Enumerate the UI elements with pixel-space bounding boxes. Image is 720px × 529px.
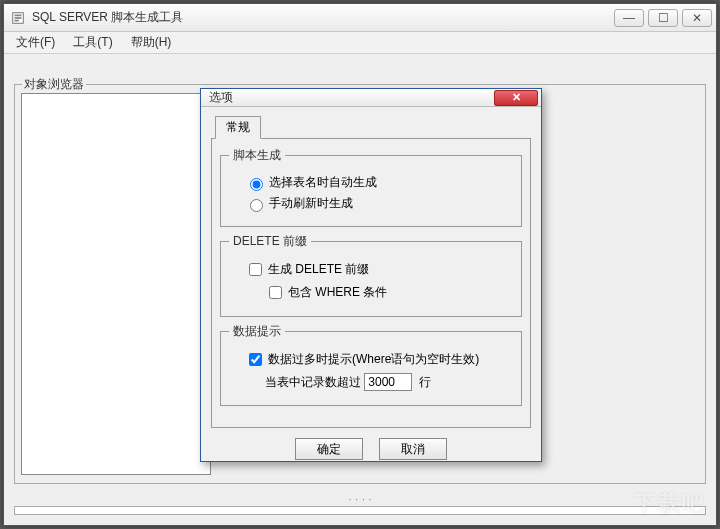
group-data-warning: 数据提示 数据过多时提示(Where语句为空时生效) 当表中记录数超过 行 <box>220 323 522 406</box>
dialog-titlebar: 选项 ✕ <box>201 89 541 107</box>
tab-general[interactable]: 常规 <box>215 116 261 139</box>
ok-button[interactable]: 确定 <box>295 438 363 460</box>
dialog-buttons: 确定 取消 <box>211 438 531 460</box>
dialog-tabs: 常规 <box>211 116 531 139</box>
object-browser-tree[interactable] <box>21 93 211 475</box>
window-controls: — ☐ ✕ <box>614 9 712 27</box>
svg-rect-3 <box>15 19 19 21</box>
radio-manual-generate-input[interactable] <box>250 199 263 212</box>
close-button[interactable]: ✕ <box>682 9 712 27</box>
svg-rect-2 <box>15 17 22 19</box>
maximize-button[interactable]: ☐ <box>648 9 678 27</box>
bottom-panel <box>14 506 706 515</box>
titlebar: SQL SERVER 脚本生成工具 — ☐ ✕ <box>4 4 716 32</box>
tab-panel-general: 脚本生成 选择表名时自动生成 手动刷新时生成 DELETE 前缀 生成 DELE… <box>211 138 531 428</box>
checkbox-gen-delete-input[interactable] <box>249 263 262 276</box>
radio-manual-generate-label: 手动刷新时生成 <box>269 195 353 212</box>
menubar: 文件(F) 工具(T) 帮助(H) <box>4 32 716 54</box>
checkbox-warn-too-much[interactable]: 数据过多时提示(Where语句为空时生效) <box>245 350 513 369</box>
radio-auto-generate-label: 选择表名时自动生成 <box>269 174 377 191</box>
rows-prefix: 当表中记录数超过 <box>265 374 361 391</box>
rows-threshold-row: 当表中记录数超过 行 <box>265 373 513 391</box>
radio-auto-generate[interactable]: 选择表名时自动生成 <box>245 174 513 191</box>
object-browser-label: 对象浏览器 <box>22 76 86 93</box>
app-icon <box>10 10 26 26</box>
window-title: SQL SERVER 脚本生成工具 <box>32 9 614 26</box>
group-script-generation: 脚本生成 选择表名时自动生成 手动刷新时生成 <box>220 147 522 227</box>
checkbox-warn-label: 数据过多时提示(Where语句为空时生效) <box>268 351 479 368</box>
checkbox-include-where-input[interactable] <box>269 286 282 299</box>
menu-tools[interactable]: 工具(T) <box>65 32 120 53</box>
rows-suffix: 行 <box>419 374 431 391</box>
radio-auto-generate-input[interactable] <box>250 178 263 191</box>
menu-help[interactable]: 帮助(H) <box>123 32 180 53</box>
dialog-title: 选项 <box>209 89 494 106</box>
splitter[interactable]: · · · · <box>14 494 706 504</box>
checkbox-gen-delete-label: 生成 DELETE 前缀 <box>268 261 369 278</box>
checkbox-include-where[interactable]: 包含 WHERE 条件 <box>265 283 513 302</box>
group-delete-prefix: DELETE 前缀 生成 DELETE 前缀 包含 WHERE 条件 <box>220 233 522 317</box>
minimize-button[interactable]: — <box>614 9 644 27</box>
checkbox-include-where-label: 包含 WHERE 条件 <box>288 284 387 301</box>
svg-rect-1 <box>15 14 22 16</box>
checkbox-gen-delete[interactable]: 生成 DELETE 前缀 <box>245 260 513 279</box>
dialog-body: 常规 脚本生成 选择表名时自动生成 手动刷新时生成 DELETE 前缀 生成 D… <box>201 107 541 464</box>
checkbox-warn-input[interactable] <box>249 353 262 366</box>
group-data-legend: 数据提示 <box>229 323 285 340</box>
group-script-legend: 脚本生成 <box>229 147 285 164</box>
group-delete-legend: DELETE 前缀 <box>229 233 311 250</box>
menu-file[interactable]: 文件(F) <box>8 32 63 53</box>
options-dialog: 选项 ✕ 常规 脚本生成 选择表名时自动生成 手动刷新时生成 DELETE 前缀 <box>200 88 542 462</box>
cancel-button[interactable]: 取消 <box>379 438 447 460</box>
radio-manual-generate[interactable]: 手动刷新时生成 <box>245 195 513 212</box>
rows-threshold-input[interactable] <box>364 373 412 391</box>
dialog-close-button[interactable]: ✕ <box>494 90 538 106</box>
